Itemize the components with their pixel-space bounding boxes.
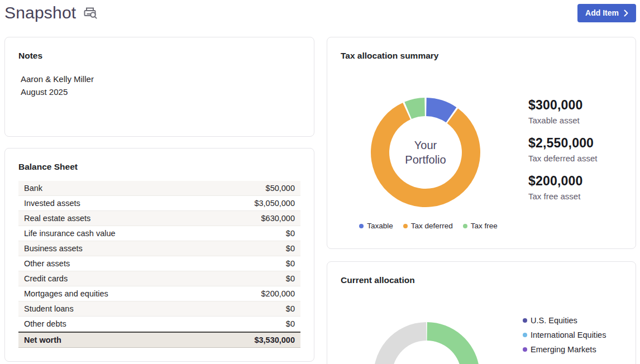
current-allocation-card: Current allocation U.S. EquitiesInternat…	[327, 261, 636, 364]
balance-row-value: $0	[286, 244, 295, 253]
net-worth-value: $3,530,000	[254, 336, 295, 344]
legend-dot-icon	[463, 224, 467, 228]
balance-row-label: Credit cards	[24, 274, 68, 283]
net-worth-label: Net worth	[24, 336, 61, 344]
balance-row-value: $200,000	[261, 289, 295, 298]
tax-stat-amount: $300,000	[528, 98, 597, 113]
legend-label: Tax free	[471, 222, 498, 230]
balance-row: Business assets$0	[18, 241, 300, 256]
tax-stat-label: Tax deferred asset	[528, 154, 597, 163]
legend-dot-icon	[359, 224, 364, 228]
balance-row: Other debts$0	[18, 317, 300, 332]
balance-row-value: $0	[286, 274, 295, 283]
balance-row-label: Other assets	[24, 259, 70, 268]
legend-item[interactable]: U.S. Equities	[523, 316, 606, 325]
balance-row: Credit cards$0	[18, 271, 300, 286]
balance-row: Real estate assets$630,000	[18, 211, 300, 226]
balance-row-value: $0	[286, 229, 295, 238]
balance-row-label: Bank	[24, 184, 42, 193]
notes-line: August 2025	[21, 85, 300, 98]
legend-dot-icon	[523, 347, 527, 352]
legend-label: Tax deferred	[411, 222, 453, 230]
tax-stat-label: Taxable asset	[528, 116, 597, 125]
balance-row: Bank$50,000	[18, 181, 300, 196]
current-allocation-title: Current allocation	[341, 275, 622, 285]
tax-stat: $300,000Taxable asset	[528, 98, 597, 125]
net-worth-row: Net worth $3,530,000	[18, 332, 300, 348]
notes-content[interactable]: Aaron & Kelly Miller August 2025	[18, 73, 300, 98]
page-title: Snapshot	[4, 3, 76, 22]
donut-slice-visible-segment-green[interactable]	[427, 322, 480, 364]
balance-row-label: Invested assets	[24, 199, 80, 208]
legend-dot-icon	[523, 318, 527, 323]
balance-row-value: $0	[286, 304, 295, 313]
tax-legend: TaxableTax deferredTax free	[327, 222, 529, 230]
page-header: Snapshot Add Item	[0, 0, 640, 22]
balance-row-value: $3,050,000	[254, 199, 295, 208]
balance-row-label: Student loans	[24, 304, 74, 313]
tax-stat-amount: $200,000	[528, 174, 597, 189]
donut-slice-tax-deferred[interactable]	[371, 103, 480, 207]
notes-card: Notes Aaron & Kelly Miller August 2025	[4, 37, 314, 137]
balance-row-label: Life insurance cash value	[24, 229, 116, 238]
balance-row-label: Other debts	[24, 319, 66, 328]
print-preview-icon	[83, 6, 98, 20]
tax-stat: $2,550,000Tax deferred asset	[528, 136, 597, 163]
balance-row: Invested assets$3,050,000	[18, 196, 300, 211]
balance-row-label: Business assets	[24, 244, 83, 253]
left-column: Notes Aaron & Kelly Miller August 2025 B…	[4, 37, 314, 362]
print-preview-button[interactable]	[82, 4, 99, 21]
balance-row-value: $0	[286, 259, 295, 268]
balance-row-value: $50,000	[266, 184, 295, 193]
tax-stat: $200,000Tax free asset	[528, 174, 597, 201]
legend-label: Emerging Markets	[531, 345, 596, 354]
tax-allocation-title: Tax allocation summary	[341, 51, 622, 61]
balance-row-label: Real estate assets	[24, 214, 90, 223]
balance-row-label: Mortgages and equities	[24, 289, 108, 298]
balance-row-value: $0	[286, 319, 295, 328]
legend-item[interactable]: International Equities	[523, 331, 606, 339]
legend-item[interactable]: Tax free	[463, 222, 498, 230]
add-item-button[interactable]: Add Item	[577, 4, 636, 22]
tax-donut-chart[interactable]	[370, 97, 481, 208]
balance-sheet-title: Balance Sheet	[18, 162, 300, 172]
legend-label: International Equities	[531, 331, 606, 339]
legend-item[interactable]: Emerging Markets	[523, 345, 606, 354]
balance-row-value: $630,000	[261, 214, 295, 223]
current-allocation-donut-chart[interactable]	[371, 319, 483, 364]
legend-label: Taxable	[367, 222, 393, 230]
balance-sheet-table: Bank$50,000Invested assets$3,050,000Real…	[18, 181, 300, 332]
legend-dot-icon	[403, 224, 408, 228]
notes-line: Aaron & Kelly Miller	[21, 73, 300, 85]
snapshot-page: Snapshot Add Item	[0, 0, 640, 364]
tax-stat-amount: $2,550,000	[528, 136, 597, 151]
balance-row: Other assets$0	[18, 256, 300, 271]
balance-row: Life insurance cash value$0	[18, 226, 300, 241]
legend-item[interactable]: Taxable	[359, 222, 393, 230]
balance-sheet-card: Balance Sheet Bank$50,000Invested assets…	[4, 148, 314, 362]
legend-item[interactable]: Tax deferred	[403, 222, 453, 230]
balance-row: Mortgages and equities$200,000	[18, 286, 300, 301]
right-column: Tax allocation summary Your Portfolio Ta…	[327, 37, 636, 364]
add-item-label: Add Item	[585, 8, 619, 17]
notes-title: Notes	[18, 51, 300, 61]
chevron-right-icon	[624, 9, 628, 17]
tax-allocation-card: Tax allocation summary Your Portfolio Ta…	[327, 37, 636, 249]
tax-stats: $300,000Taxable asset$2,550,000Tax defer…	[528, 98, 597, 212]
current-allocation-legend: U.S. EquitiesInternational EquitiesEmerg…	[523, 316, 606, 354]
legend-dot-icon	[523, 333, 527, 337]
legend-label: U.S. Equities	[531, 316, 577, 325]
balance-row: Student loans$0	[18, 301, 300, 317]
tax-stat-label: Tax free asset	[528, 191, 597, 201]
